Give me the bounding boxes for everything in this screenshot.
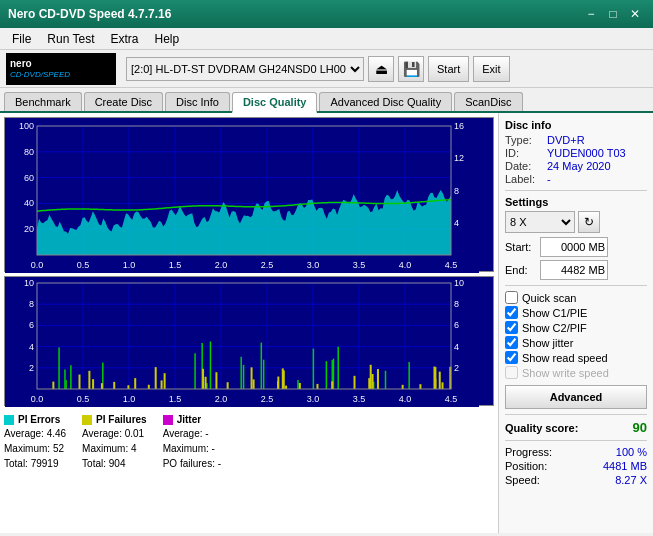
speed-setting: 8 X Max 1 X 2 X 4 X 16 X ↻ bbox=[505, 211, 647, 233]
progress-section: Progress: 100 % Position: 4481 MB Speed:… bbox=[505, 446, 647, 486]
end-mb-row: End: bbox=[505, 260, 647, 280]
window-controls: − □ ✕ bbox=[581, 5, 645, 23]
settings-title: Settings bbox=[505, 196, 647, 208]
checkbox-show-c2pif: Show C2/PIF bbox=[505, 321, 647, 334]
top-chart bbox=[4, 117, 494, 272]
main-content: PI Errors Average: 4.46 Maximum: 52 Tota… bbox=[0, 113, 653, 533]
tab-advanced-disc-quality[interactable]: Advanced Disc Quality bbox=[319, 92, 452, 111]
checkbox-show-c1pie: Show C1/PIE bbox=[505, 306, 647, 319]
info-label: Label: - bbox=[505, 173, 647, 185]
tab-scandisc[interactable]: ScanDisc bbox=[454, 92, 522, 111]
progress-row: Progress: 100 % bbox=[505, 446, 647, 458]
exit-button[interactable]: Exit bbox=[473, 56, 509, 82]
menu-file[interactable]: File bbox=[4, 30, 39, 48]
logo: nero CD·DVD/SPEED bbox=[6, 53, 116, 85]
right-panel: Disc info Type: DVD+R ID: YUDEN000 T03 D… bbox=[498, 113, 653, 533]
show-jitter-checkbox[interactable] bbox=[505, 336, 518, 349]
end-input[interactable] bbox=[540, 260, 608, 280]
close-button[interactable]: ✕ bbox=[625, 5, 645, 23]
menu-bar: File Run Test Extra Help bbox=[0, 28, 653, 50]
refresh-button[interactable]: ↻ bbox=[578, 211, 600, 233]
checkbox-show-write-speed: Show write speed bbox=[505, 366, 647, 379]
info-type: Type: DVD+R bbox=[505, 134, 647, 146]
advanced-button[interactable]: Advanced bbox=[505, 385, 647, 409]
eject-button[interactable]: ⏏ bbox=[368, 56, 394, 82]
minimize-button[interactable]: − bbox=[581, 5, 601, 23]
tab-disc-quality[interactable]: Disc Quality bbox=[232, 92, 318, 113]
logo-sub: CD·DVD/SPEED bbox=[10, 70, 70, 79]
info-id: ID: YUDEN000 T03 bbox=[505, 147, 647, 159]
pi-errors-color bbox=[4, 415, 14, 425]
chart-area: PI Errors Average: 4.46 Maximum: 52 Tota… bbox=[0, 113, 498, 533]
show-write-speed-checkbox[interactable] bbox=[505, 366, 518, 379]
menu-help[interactable]: Help bbox=[147, 30, 188, 48]
save-button[interactable]: 💾 bbox=[398, 56, 424, 82]
jitter-stats: Average: - Maximum: - PO failures: - bbox=[163, 426, 221, 471]
bottom-chart bbox=[4, 276, 494, 406]
start-mb-row: Start: bbox=[505, 237, 647, 257]
tab-disc-info[interactable]: Disc Info bbox=[165, 92, 230, 111]
title-bar: Nero CD-DVD Speed 4.7.7.16 − □ ✕ bbox=[0, 0, 653, 28]
legend-jitter: Jitter Average: - Maximum: - PO failures… bbox=[163, 414, 221, 471]
show-c1pie-checkbox[interactable] bbox=[505, 306, 518, 319]
jitter-label: Jitter bbox=[177, 414, 201, 425]
show-read-speed-checkbox[interactable] bbox=[505, 351, 518, 364]
start-button[interactable]: Start bbox=[428, 56, 469, 82]
maximize-button[interactable]: □ bbox=[603, 5, 623, 23]
tab-create-disc[interactable]: Create Disc bbox=[84, 92, 163, 111]
speed-select[interactable]: 8 X Max 1 X 2 X 4 X 16 X bbox=[505, 211, 575, 233]
jitter-color bbox=[163, 415, 173, 425]
pi-errors-label: PI Errors bbox=[18, 414, 60, 425]
quick-scan-checkbox[interactable] bbox=[505, 291, 518, 304]
toolbar: nero CD·DVD/SPEED [2:0] HL-DT-ST DVDRAM … bbox=[0, 50, 653, 88]
start-input[interactable] bbox=[540, 237, 608, 257]
speed-row: Speed: 8.27 X bbox=[505, 474, 647, 486]
checkbox-show-jitter: Show jitter bbox=[505, 336, 647, 349]
pi-failures-stats: Average: 0.01 Maximum: 4 Total: 904 bbox=[82, 426, 147, 471]
pi-errors-stats: Average: 4.46 Maximum: 52 Total: 79919 bbox=[4, 426, 66, 471]
menu-extra[interactable]: Extra bbox=[102, 30, 146, 48]
app-title: Nero CD-DVD Speed 4.7.7.16 bbox=[8, 7, 171, 21]
logo-text: nero bbox=[10, 58, 70, 70]
pi-failures-label: PI Failures bbox=[96, 414, 147, 425]
show-c2pif-checkbox[interactable] bbox=[505, 321, 518, 334]
quality-score-row: Quality score: 90 bbox=[505, 420, 647, 435]
legend-pi-failures: PI Failures Average: 0.01 Maximum: 4 Tot… bbox=[82, 414, 147, 471]
drive-select[interactable]: [2:0] HL-DT-ST DVDRAM GH24NSD0 LH00 bbox=[126, 57, 364, 81]
checkbox-show-read-speed: Show read speed bbox=[505, 351, 647, 364]
tabs: Benchmark Create Disc Disc Info Disc Qua… bbox=[0, 88, 653, 113]
pi-failures-color bbox=[82, 415, 92, 425]
tab-benchmark[interactable]: Benchmark bbox=[4, 92, 82, 111]
checkbox-quick-scan: Quick scan bbox=[505, 291, 647, 304]
menu-run-test[interactable]: Run Test bbox=[39, 30, 102, 48]
position-row: Position: 4481 MB bbox=[505, 460, 647, 472]
info-date: Date: 24 May 2020 bbox=[505, 160, 647, 172]
disc-info-title: Disc info bbox=[505, 119, 647, 131]
legend: PI Errors Average: 4.46 Maximum: 52 Tota… bbox=[4, 410, 494, 475]
legend-pi-errors: PI Errors Average: 4.46 Maximum: 52 Tota… bbox=[4, 414, 66, 471]
